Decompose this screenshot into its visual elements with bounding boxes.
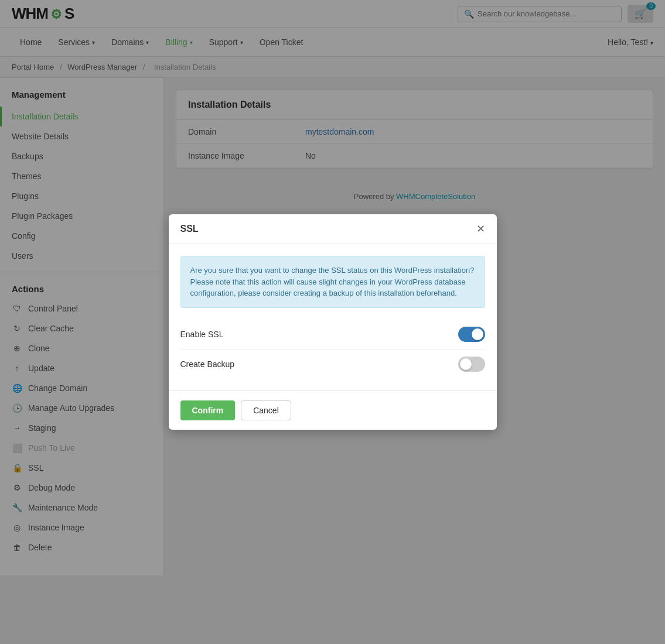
cancel-button[interactable]: Cancel <box>241 400 291 420</box>
enable-ssl-row: Enable SSL <box>180 320 485 350</box>
ssl-alert: Are you sure that you want to change the… <box>180 256 485 308</box>
modal-footer: Confirm Cancel <box>169 390 497 430</box>
create-backup-toggle[interactable] <box>458 357 485 372</box>
modal-overlay[interactable]: SSL ✕ Are you sure that you want to chan… <box>0 0 665 576</box>
create-backup-row: Create Backup <box>180 350 485 379</box>
enable-ssl-toggle[interactable] <box>458 327 485 342</box>
modal-close-button[interactable]: ✕ <box>476 224 485 234</box>
confirm-button[interactable]: Confirm <box>180 400 236 420</box>
modal-header: SSL ✕ <box>169 214 497 244</box>
modal-body: Are you sure that you want to change the… <box>169 244 497 390</box>
create-backup-label: Create Backup <box>180 359 235 369</box>
enable-ssl-label: Enable SSL <box>180 330 224 339</box>
modal-title: SSL <box>180 224 199 234</box>
ssl-modal: SSL ✕ Are you sure that you want to chan… <box>169 214 497 430</box>
